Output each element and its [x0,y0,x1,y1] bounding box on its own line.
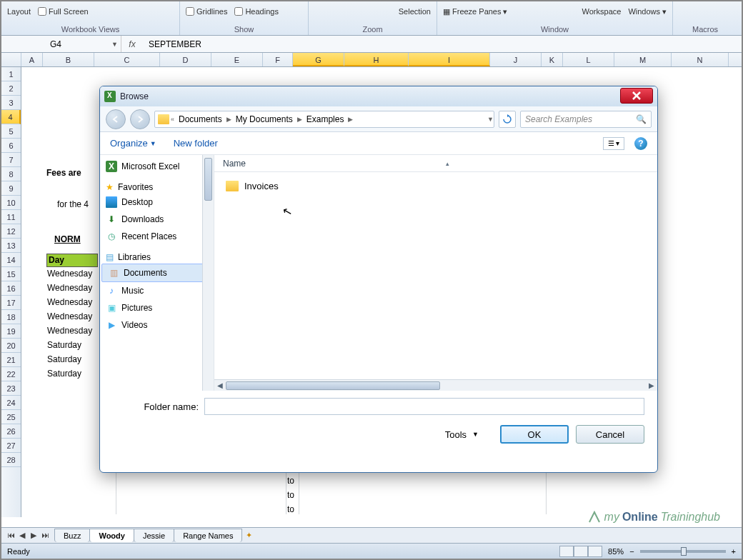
scroll-right-icon[interactable]: ▶ [646,381,657,389]
close-button[interactable] [620,88,653,104]
row-14[interactable]: 14 [1,253,21,267]
col-B[interactable]: B [43,53,94,66]
col-H[interactable]: H [344,53,409,66]
back-button[interactable] [106,109,126,129]
col-I[interactable]: I [409,53,490,66]
windows-button[interactable]: Windows ▾ [628,7,667,16]
view-buttons[interactable] [559,546,602,557]
row-20[interactable]: 20 [1,339,21,353]
zoom-out-icon[interactable]: − [629,547,634,556]
tab-prev-icon[interactable]: ◀ [17,531,27,540]
ok-button[interactable]: OK [500,425,569,444]
row-12[interactable]: 12 [1,224,21,239]
tab-nav[interactable]: ⏮ ◀ ▶ ⏭ [1,531,54,540]
sidebar-item-music[interactable]: ♪Music [100,282,214,299]
row-11[interactable]: 11 [1,210,21,224]
dialog-titlebar[interactable]: Browse [100,86,657,106]
breadcrumb[interactable]: « Documents ▶ My Documents ▶ Examples ▶ … [154,111,494,128]
tools-dropdown[interactable]: Tools ▼ [445,429,479,440]
sidebar-item-documents[interactable]: ▥Documents [101,264,212,282]
tab-next-icon[interactable]: ▶ [29,531,39,540]
col-K[interactable]: K [542,53,563,66]
row-4[interactable]: 4 [1,110,21,124]
col-M[interactable]: M [614,53,672,66]
sidebar-item-desktop[interactable]: Desktop [100,194,214,211]
row-2[interactable]: 2 [1,81,21,96]
breadcrumb-examples[interactable]: Examples [304,114,347,124]
scroll-left-icon[interactable]: ◀ [214,381,226,389]
name-box-dropdown-icon[interactable]: ▼ [111,41,118,48]
row-22[interactable]: 22 [1,367,21,381]
files-hscrollbar[interactable]: ◀ ▶ [214,379,657,391]
sidebar-group-libraries[interactable]: ▤Libraries [100,245,214,264]
sidebar-item-excel[interactable]: XMicrosoft Excel [100,158,214,175]
formula-input[interactable]: SEPTEMBER [143,39,742,49]
row-17[interactable]: 17 [1,296,21,310]
row-6[interactable]: 6 [1,139,21,153]
help-button[interactable]: ? [634,137,647,150]
col-F[interactable]: F [263,53,293,66]
row-23[interactable]: 23 [1,381,21,396]
zoom-in-icon[interactable]: + [732,547,736,556]
col-L[interactable]: L [563,53,614,66]
select-all-corner[interactable] [1,53,21,66]
col-G[interactable]: G [293,53,344,66]
row-18[interactable]: 18 [1,310,21,324]
sidebar-scrollbar[interactable] [202,155,214,391]
row-7[interactable]: 7 [1,153,21,167]
file-item-invoices[interactable]: Invoices [223,178,649,194]
breadcrumb-dropdown-icon[interactable]: ▼ [487,116,494,123]
row-3[interactable]: 3 [1,96,21,110]
row-5[interactable]: 5 [1,124,21,139]
row-19[interactable]: 19 [1,324,21,339]
files-pane[interactable]: Name ▴ Invoices ↖ ◀ ▶ [214,155,657,391]
zoom-slider[interactable] [640,550,726,553]
tab-buzz[interactable]: Buzz [54,529,90,542]
layout-button[interactable]: Layout [7,7,31,16]
col-A[interactable]: A [21,53,43,66]
row-8[interactable]: 8 [1,167,21,181]
sidebar-item-pictures[interactable]: ▣Pictures [100,299,214,316]
row-28[interactable]: 28 [1,453,21,467]
row-15[interactable]: 15 [1,267,21,281]
col-D[interactable]: D [160,53,211,66]
forward-button[interactable] [130,109,150,129]
organize-button[interactable]: Organize ▼ [110,138,156,149]
search-input[interactable]: Search Examples 🔍 [520,111,652,128]
row-26[interactable]: 26 [1,424,21,439]
row-10[interactable]: 10 [1,196,21,210]
sidebar-group-favorites[interactable]: ★Favorites [100,175,214,194]
tab-first-icon[interactable]: ⏮ [6,531,16,540]
row-25[interactable]: 25 [1,410,21,424]
cancel-button[interactable]: Cancel [576,425,644,444]
tab-range-names[interactable]: Range Names [174,529,242,542]
tab-woody[interactable]: Woody [89,529,134,542]
sidebar-item-recent[interactable]: ◷Recent Places [100,228,214,245]
full-screen-checkbox[interactable]: Full Screen [38,7,89,16]
row-9[interactable]: 9 [1,181,21,196]
col-N[interactable]: N [672,53,729,66]
gridlines-checkbox[interactable]: Gridlines [186,7,227,16]
new-folder-button[interactable]: New folder [174,138,218,149]
row-27[interactable]: 27 [1,439,21,453]
folder-name-input[interactable] [204,398,644,415]
insert-sheet-icon[interactable]: ✦ [241,531,256,540]
files-header[interactable]: Name ▴ [214,155,657,172]
col-E[interactable]: E [211,53,263,66]
sidebar-item-videos[interactable]: ▶Videos [100,316,214,334]
headings-checkbox[interactable]: Headings [234,7,278,16]
view-toggle[interactable]: ☰ ▾ [603,137,624,150]
breadcrumb-mydocuments[interactable]: My Documents [233,114,296,124]
fx-icon[interactable]: fx [121,39,143,49]
tab-jessie[interactable]: Jessie [134,529,174,542]
freeze-panes-button[interactable]: ▦ Freeze Panes ▾ [443,7,507,16]
name-column[interactable]: Name [223,159,246,169]
breadcrumb-documents[interactable]: Documents [176,114,225,124]
name-box[interactable]: G4 ▼ [1,36,121,52]
workspace-button[interactable]: Workspace [582,7,622,16]
refresh-button[interactable] [499,111,516,128]
col-C[interactable]: C [94,53,160,66]
row-13[interactable]: 13 [1,239,21,253]
tab-last-icon[interactable]: ⏭ [40,531,50,540]
row-16[interactable]: 16 [1,281,21,296]
